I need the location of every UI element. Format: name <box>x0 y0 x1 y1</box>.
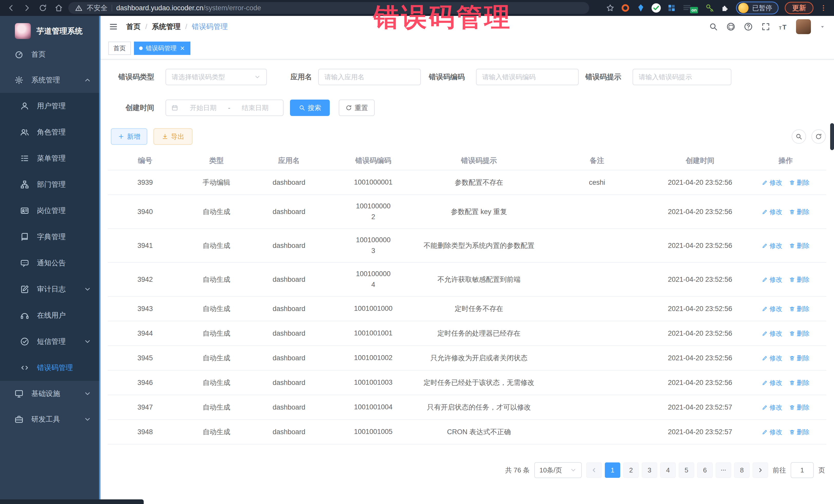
page-button-2[interactable]: 2 <box>623 462 639 478</box>
edit-row-link[interactable]: 修改 <box>762 329 783 338</box>
header-search-icon[interactable] <box>709 22 718 31</box>
sidebar-item-audit-log[interactable]: 审计日志 <box>0 276 100 302</box>
sidebar-item-dev-tools[interactable]: 研发工具 <box>0 407 100 432</box>
page-button-6[interactable]: 6 <box>697 462 712 478</box>
delete-row-link[interactable]: 删除 <box>789 378 810 387</box>
toggle-search-button[interactable] <box>792 129 806 144</box>
edit-row-link[interactable]: 修改 <box>762 178 783 187</box>
prev-page-button[interactable] <box>586 462 602 478</box>
avatar-caret-down-icon[interactable] <box>819 23 826 30</box>
cell-time: 2021-04-20 23:52:56 <box>655 208 745 216</box>
help-icon[interactable] <box>744 22 753 31</box>
delete-row-link[interactable]: 删除 <box>789 207 810 216</box>
table-row[interactable]: 3942自动生成dashboard100100000 4不允许获取敏感配置到前端… <box>108 263 826 297</box>
sidebar-item-error-code-management[interactable]: 错误码管理 <box>0 355 100 381</box>
table-row[interactable]: 3944自动生成dashboard1001001001定时任务的处理器已经存在2… <box>108 321 826 346</box>
profile-paused-badge[interactable]: 已暂停 <box>736 2 778 14</box>
sidebar-item-system-management[interactable]: 系统管理 <box>0 67 100 93</box>
hamburger-icon[interactable] <box>108 22 118 31</box>
delete-row-link[interactable]: 删除 <box>789 275 810 284</box>
delete-row-link[interactable]: 删除 <box>789 354 810 363</box>
page-button-8[interactable]: 8 <box>734 462 750 478</box>
extensions-puzzle-icon[interactable] <box>721 3 730 13</box>
goto-page-input[interactable] <box>791 463 813 478</box>
sidebar-item-menu-management[interactable]: 菜单管理 <box>0 145 100 171</box>
sidebar-item-user-management[interactable]: 用户管理 <box>0 93 100 119</box>
page-button-5[interactable]: 5 <box>679 462 694 478</box>
table-row[interactable]: 3941自动生成dashboard100100000 3不能删除类型为系统内置的… <box>108 229 826 263</box>
sidebar-item-notice-management[interactable]: 通知公告 <box>0 250 100 276</box>
sidebar-item-dict-management[interactable]: 字典管理 <box>0 224 100 250</box>
page-button-1[interactable]: 1 <box>605 462 620 478</box>
user-avatar[interactable] <box>796 19 811 34</box>
delete-row-link[interactable]: 删除 <box>789 241 810 250</box>
more-pages-button[interactable] <box>716 462 731 478</box>
error-code-input[interactable] <box>477 69 578 85</box>
tag-close-icon[interactable] <box>180 45 185 51</box>
sidebar-logo-row[interactable]: 芋道管理系统 <box>0 16 100 42</box>
bookmark-star-icon[interactable] <box>606 4 615 12</box>
table-row[interactable]: 3947自动生成dashboard1001001004只有开启状态的任务，才可以… <box>108 395 826 420</box>
edit-row-link[interactable]: 修改 <box>762 354 783 363</box>
refresh-table-button[interactable] <box>811 129 826 144</box>
delete-row-link[interactable]: 删除 <box>789 403 810 412</box>
browser-back-button[interactable] <box>7 4 15 12</box>
browser-home-button[interactable] <box>54 4 63 12</box>
page-button-4[interactable]: 4 <box>660 462 676 478</box>
breadcrumb-system[interactable]: 系统管理 <box>152 22 181 31</box>
delete-row-link[interactable]: 删除 <box>789 329 810 338</box>
sidebar-item-label: 首页 <box>31 49 46 59</box>
delete-row-link[interactable]: 删除 <box>789 428 810 436</box>
next-page-button[interactable] <box>753 462 768 478</box>
error-msg-input[interactable] <box>633 69 731 85</box>
delete-row-link[interactable]: 删除 <box>789 178 810 187</box>
browser-menu-kebab-icon[interactable] <box>820 4 827 12</box>
reset-button[interactable]: 重置 <box>339 100 375 116</box>
sidebar-item-infrastructure[interactable]: 基础设施 <box>0 381 100 407</box>
error-type-select[interactable]: 请选择错误码类型 <box>166 69 267 85</box>
sidebar-item-home[interactable]: 首页 <box>0 42 100 67</box>
table-row[interactable]: 3945自动生成dashboard1001001002只允许修改为开启或者关闭状… <box>108 346 826 371</box>
table-row[interactable]: 3948自动生成dashboard1001001005CRON 表达式不正确20… <box>108 420 826 444</box>
table-row[interactable]: 3946自动生成dashboard1001001003定时任务已经处于该状态，无… <box>108 371 826 395</box>
browser-forward-button[interactable] <box>23 4 31 12</box>
edit-row-link[interactable]: 修改 <box>762 275 783 284</box>
extension-key-icon[interactable] <box>705 3 715 13</box>
date-range-picker[interactable]: 开始日期 - 结束日期 <box>166 100 284 116</box>
table-row[interactable]: 3943自动生成dashboard1001001000定时任务不存在2021-0… <box>108 297 826 321</box>
page-button-3[interactable]: 3 <box>642 462 657 478</box>
add-button[interactable]: 新增 <box>111 128 147 145</box>
sidebar-scrollbar[interactable] <box>99 16 101 504</box>
fullscreen-icon[interactable] <box>761 22 770 31</box>
sidebar-item-dept-management[interactable]: 部门管理 <box>0 171 100 198</box>
table-row[interactable]: 3939手动编辑dashboard1001000001参数配置不存在ceshi2… <box>108 170 826 195</box>
app-name-input[interactable] <box>319 69 420 85</box>
extension-grid-icon[interactable] <box>667 3 676 13</box>
edit-row-link[interactable]: 修改 <box>762 428 783 436</box>
sidebar-item-role-management[interactable]: 角色管理 <box>0 119 100 145</box>
sidebar-item-post-management[interactable]: 岗位管理 <box>0 198 100 224</box>
edit-row-link[interactable]: 修改 <box>762 378 783 387</box>
edit-row-link[interactable]: 修改 <box>762 241 783 250</box>
extension-orange-icon[interactable] <box>621 3 630 13</box>
font-size-icon[interactable]: TT <box>778 22 788 31</box>
tag-error-code-management[interactable]: 错误码管理 <box>134 42 191 55</box>
sidebar-item-sms-management[interactable]: 短信管理 <box>0 328 100 355</box>
browser-update-button[interactable]: 更新 <box>785 2 813 14</box>
edit-row-link[interactable]: 修改 <box>762 207 783 216</box>
breadcrumb-home[interactable]: 首页 <box>126 22 140 31</box>
table-row[interactable]: 3940自动生成dashboard100100000 2参数配置 key 重复2… <box>108 195 826 229</box>
sidebar-item-online-users[interactable]: 在线用户 <box>0 302 100 328</box>
delete-row-link[interactable]: 删除 <box>789 305 810 313</box>
github-icon[interactable] <box>726 22 736 31</box>
search-button[interactable]: 搜索 <box>290 100 330 116</box>
extension-green-check-icon[interactable] <box>652 3 661 13</box>
page-scrollbar-thumb[interactable] <box>830 123 834 150</box>
browser-reload-button[interactable] <box>39 4 47 12</box>
edit-row-link[interactable]: 修改 <box>762 305 783 313</box>
export-button[interactable]: 导出 <box>153 128 193 145</box>
edit-row-link[interactable]: 修改 <box>762 403 783 412</box>
page-size-select[interactable]: 10条/页 <box>534 462 582 478</box>
tag-home[interactable]: 首页 <box>108 42 131 55</box>
extension-gem-icon[interactable] <box>636 3 645 13</box>
